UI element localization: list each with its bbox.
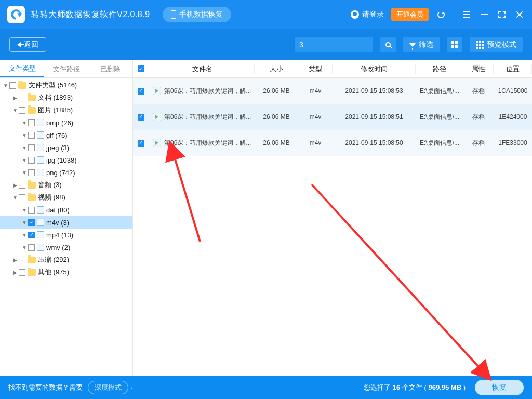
maximize-icon[interactable] [497, 9, 507, 20]
tree-node-video[interactable]: ▼视频 (98) [0, 191, 132, 204]
tree-checkbox[interactable] [19, 194, 25, 201]
tab-deleted[interactable]: 已删除 [88, 60, 132, 77]
col-size[interactable]: 大小 [255, 64, 298, 74]
tree-node-bmp[interactable]: ▼bmp (26) [0, 116, 132, 129]
filetype-icon [37, 119, 44, 126]
cell-type: m4v [298, 87, 332, 95]
app-title: 转转大师数据恢复软件V2.0.8.9 [31, 9, 150, 20]
cell-attr: 存档 [463, 113, 494, 122]
col-path[interactable]: 路径 [416, 64, 463, 74]
tree-node-png[interactable]: ▼png (742) [0, 166, 132, 179]
tree-node-docs[interactable]: ▶文档 (1893) [0, 91, 132, 104]
app-logo [7, 6, 25, 23]
table-row[interactable]: 第06课：巧用爆款关键词，解...26.06 MBm4v2021-09-15 1… [133, 130, 532, 156]
tree-label: 文件类型 (5146) [29, 81, 77, 90]
recover-button[interactable]: 恢复 [475, 380, 524, 395]
col-mtime[interactable]: 修改时间 [332, 64, 416, 74]
tree-node-wmv[interactable]: ▼wmv (2) [0, 241, 132, 254]
folder-icon [28, 107, 36, 114]
cell-pos: 1E424000 [494, 113, 532, 121]
tree-node-mp4[interactable]: ▼mp4 (13) [0, 229, 132, 241]
tree-node-images[interactable]: ▼图片 (1885) [0, 104, 132, 116]
tree-label: gif (76) [46, 131, 67, 139]
search-box[interactable] [295, 37, 373, 52]
preview-mode-button[interactable]: 预览模式 [470, 37, 523, 52]
col-attr[interactable]: 属性 [463, 64, 494, 74]
phone-icon [171, 10, 176, 19]
cell-type: m4v [298, 113, 332, 121]
tree-checkbox[interactable] [19, 269, 25, 276]
login-button[interactable]: 请登录 [351, 10, 384, 19]
cell-type: m4v [298, 139, 332, 147]
file-name: 第06课：巧用爆款关键词，解... [164, 113, 251, 122]
folder-icon [28, 95, 36, 101]
select-all-checkbox[interactable] [138, 65, 144, 72]
phone-recovery-label: 手机数据恢复 [179, 10, 223, 19]
tree-checkbox[interactable] [28, 169, 35, 176]
filetype-icon [37, 219, 44, 226]
table-row[interactable]: 第06课：巧用爆款关键词，解...26.06 MBm4v2021-09-15 1… [133, 104, 532, 130]
tab-file-type[interactable]: 文件类型 [0, 60, 44, 77]
tree-checkbox[interactable] [19, 257, 25, 263]
footer-hint: 找不到需要的数据？需要 [8, 383, 83, 392]
close-icon[interactable] [514, 9, 525, 20]
tree-label: mp4 (13) [46, 231, 73, 239]
tree-label: 图片 (1885) [38, 105, 73, 115]
tree-label: 文档 (1893) [38, 93, 73, 102]
folder-icon [18, 82, 26, 89]
tree-node-m4v[interactable]: ▼m4v (3) [0, 216, 132, 229]
tree-checkbox[interactable] [19, 107, 25, 114]
video-file-icon [153, 139, 161, 147]
funnel-icon [409, 43, 416, 47]
tree-checkbox[interactable] [28, 207, 35, 214]
row-checkbox[interactable] [138, 140, 144, 147]
refresh-icon[interactable] [436, 9, 446, 20]
cell-path: E:\桌面信息\... [416, 87, 463, 96]
filetype-icon [37, 244, 44, 251]
tree-node-other[interactable]: ▶其他 (975) [0, 266, 132, 278]
back-button[interactable]: 返回 [9, 37, 46, 52]
file-type-tree[interactable]: ▼文件类型 (5146)▶文档 (1893)▼图片 (1885)▼bmp (26… [0, 78, 132, 376]
cell-size: 26.06 MB [255, 139, 298, 147]
arrow-left-icon [17, 42, 21, 47]
tree-node-jpg[interactable]: ▼jpg (1038) [0, 154, 132, 166]
tree-node-gif[interactable]: ▼gif (76) [0, 129, 132, 141]
tree-checkbox[interactable] [28, 219, 35, 226]
table-row[interactable]: 第06课：巧用爆款关键词，解...26.06 MBm4v2021-09-15 1… [133, 78, 532, 104]
layout-toggle-button[interactable] [447, 37, 462, 52]
tree-checkbox[interactable] [28, 232, 35, 238]
search-input[interactable] [299, 41, 390, 49]
tree-node-jpeg[interactable]: ▼jpeg (3) [0, 141, 132, 154]
col-name[interactable]: 文件名 [151, 64, 255, 74]
phone-recovery-button[interactable]: 手机数据恢复 [163, 7, 231, 22]
cell-path: E:\桌面信息\... [416, 139, 463, 148]
search-button[interactable] [380, 37, 396, 52]
row-checkbox[interactable] [138, 88, 144, 95]
row-checkbox[interactable] [138, 114, 144, 121]
filetype-icon [37, 156, 44, 164]
tree-checkbox[interactable] [28, 244, 35, 251]
minimize-icon[interactable] [479, 9, 489, 20]
tree-node-archive[interactable]: ▶压缩 (292) [0, 254, 132, 266]
tree-node-audio[interactable]: ▶音频 (3) [0, 179, 132, 191]
col-type[interactable]: 类型 [298, 64, 332, 74]
col-pos[interactable]: 位置 [494, 64, 532, 74]
tree-checkbox[interactable] [28, 144, 35, 151]
deep-scan-button[interactable]: 深度模式 [88, 381, 128, 394]
tree-checkbox[interactable] [9, 82, 16, 89]
tab-file-path[interactable]: 文件路径 [44, 60, 88, 77]
tree-label: bmp (26) [46, 119, 73, 127]
tree-checkbox[interactable] [28, 132, 35, 139]
vip-button[interactable]: 开通会员 [391, 8, 429, 21]
tree-checkbox[interactable] [19, 182, 25, 189]
tree-node-dat[interactable]: ▼dat (80) [0, 204, 132, 216]
folder-icon [28, 269, 36, 276]
tree-node-root[interactable]: ▼文件类型 (5146) [0, 79, 132, 91]
tree-checkbox[interactable] [28, 119, 35, 126]
tree-checkbox[interactable] [19, 95, 25, 101]
tree-checkbox[interactable] [28, 157, 35, 164]
file-name: 第06课：巧用爆款关键词，解... [164, 87, 251, 96]
tree-label: 压缩 (292) [38, 255, 69, 264]
filter-button[interactable]: 筛选 [403, 37, 440, 52]
menu-icon[interactable] [461, 9, 472, 20]
